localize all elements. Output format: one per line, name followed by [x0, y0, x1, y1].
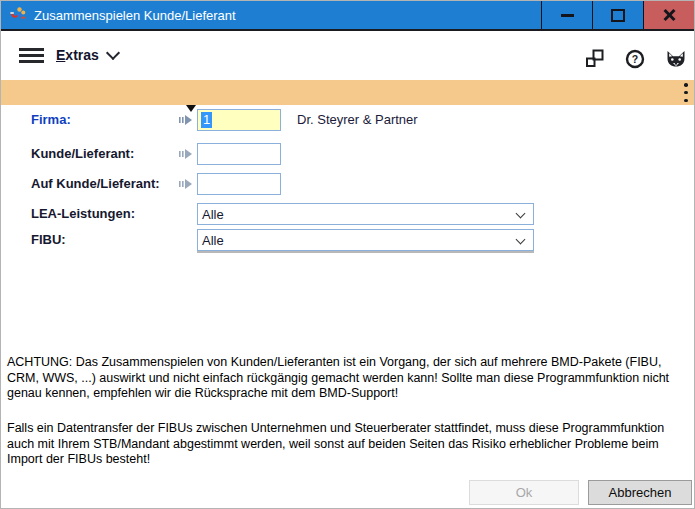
lea-leistungen-row: LEA-Leistungen: Alle [1, 203, 695, 225]
merge-people-magnet-icon [7, 5, 27, 25]
chevron-down-icon [106, 46, 120, 60]
lea-leistungen-value: Alle [202, 207, 224, 222]
window-title: Zusammenspielen Kunde/Lieferant [34, 8, 236, 23]
lea-leistungen-label: LEA-Leistungen: [31, 203, 135, 225]
firma-company-name: Dr. Steyrer & Partner [297, 109, 418, 131]
fibu-label: FIBU: [31, 229, 66, 251]
auf-kunde-lieferant-input[interactable] [197, 173, 281, 195]
warning-paragraph-2: Falls ein Datentransfer der FIBUs zwisch… [7, 421, 691, 468]
menu-extras[interactable]: Extras [56, 44, 118, 66]
dropdown-chevron-icon [516, 235, 526, 245]
fibu-dropdown[interactable]: Alle [197, 229, 534, 251]
fibu-row: FIBU: Alle [1, 229, 695, 251]
extras-label: xtras [65, 47, 98, 63]
warning-paragraph-1: ACHTUNG: Das Zusammenspielen von Kunden/… [7, 355, 691, 402]
svg-text:?: ? [632, 53, 638, 65]
field-arrow-icon[interactable] [179, 115, 193, 125]
fibu-value: Alle [202, 233, 224, 248]
lea-leistungen-dropdown[interactable]: Alle [197, 203, 534, 225]
ok-button[interactable]: Ok [469, 480, 579, 505]
help-icon[interactable]: ? [625, 49, 645, 69]
close-button[interactable] [643, 1, 694, 29]
window-controls [541, 1, 694, 29]
kebab-menu-icon[interactable] [683, 83, 689, 102]
linked-windows-icon[interactable] [585, 49, 605, 69]
dropdown-chevron-icon [516, 209, 526, 219]
firma-input[interactable]: 1 [197, 109, 281, 131]
toolbar-strip [1, 80, 694, 105]
close-icon [662, 8, 676, 22]
minimize-button[interactable] [541, 1, 592, 29]
cancel-button[interactable]: Abbrechen [588, 480, 692, 505]
kunde-lieferant-input[interactable] [197, 143, 281, 165]
field-arrow-icon[interactable] [179, 179, 193, 189]
auf-kunde-lieferant-label: Auf Kunde/Lieferant: [31, 173, 160, 195]
field-arrow-icon[interactable] [179, 149, 193, 159]
maximize-button[interactable] [592, 1, 643, 29]
auf-kunde-lieferant-row: Auf Kunde/Lieferant: [1, 173, 695, 195]
titlebar[interactable]: Zusammenspielen Kunde/Lieferant [1, 1, 694, 31]
maximize-icon [611, 9, 625, 22]
firma-row: Firma: 1 Dr. Steyrer & Partner [1, 109, 695, 131]
dialog-window: Zusammenspielen Kunde/Lieferant Extras ? [0, 0, 695, 509]
kunde-lieferant-row: Kunde/Lieferant: [1, 143, 695, 165]
fox-icon[interactable] [666, 49, 686, 69]
firma-value: 1 [201, 112, 212, 128]
menubar: Extras ? [1, 31, 694, 79]
minimize-icon [561, 14, 574, 17]
extras-label-underlined: E [56, 47, 65, 63]
kunde-lieferant-label: Kunde/Lieferant: [31, 143, 134, 165]
hamburger-icon[interactable] [19, 48, 44, 63]
firma-label: Firma: [31, 109, 71, 131]
